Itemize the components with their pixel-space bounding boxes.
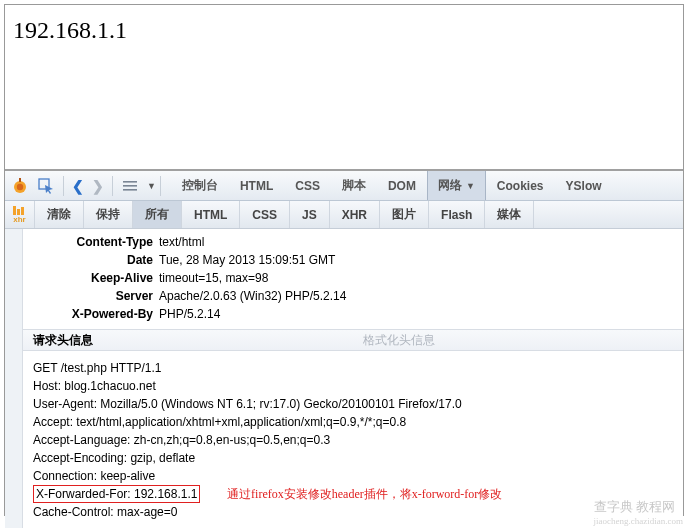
devtools-panel: ❮ ❯ ▼ 控制台 HTML CSS 脚本 DOM 网络▼ Cookies (5, 169, 683, 528)
watermark-line2: jiaocheng.chazidian.com (594, 516, 683, 526)
header-content-type-label: Content-Type (23, 233, 159, 251)
header-row: Keep-Alive timeout=15, max=98 (23, 269, 683, 287)
request-xff-highlight: X-Forwarded-For: 192.168.1.1 (33, 485, 200, 503)
toolbar-separator (63, 176, 64, 196)
net-filter-xhr[interactable]: XHR (330, 201, 380, 228)
tab-cookies-label: Cookies (497, 179, 544, 193)
details-content: Content-Type text/html Date Tue, 28 May … (23, 229, 683, 528)
net-clear-label: 清除 (47, 206, 71, 223)
request-line: GET /test.php HTTP/1.1 (33, 359, 673, 377)
tab-css-label: CSS (295, 179, 320, 193)
header-date-label: Date (23, 251, 159, 269)
net-persist-label: 保持 (96, 206, 120, 223)
net-filter-media-label: 媒体 (497, 206, 521, 223)
chevron-down-icon[interactable]: ▼ (147, 181, 156, 191)
top-tabs: 控制台 HTML CSS 脚本 DOM 网络▼ Cookies YSlow (171, 171, 613, 200)
net-filter-js[interactable]: JS (290, 201, 330, 228)
tab-formatted-headers[interactable]: 格式化头信息 (353, 330, 683, 350)
header-row: Server Apache/2.0.63 (Win32) PHP/5.2.14 (23, 287, 683, 305)
net-filter-flash[interactable]: Flash (429, 201, 485, 228)
tab-css[interactable]: CSS (284, 171, 331, 200)
header-x-powered-by-value: PHP/5.2.14 (159, 305, 220, 323)
nav-back-button[interactable]: ❮ (68, 175, 88, 197)
net-filter-css[interactable]: CSS (240, 201, 290, 228)
tab-cookies[interactable]: Cookies (486, 171, 555, 200)
net-sub-toolbar: xhr 清除 保持 所有 HTML CSS JS XHR 图片 Flash 媒体 (5, 201, 683, 229)
tab-formatted-headers-label: 格式化头信息 (363, 332, 435, 349)
chevron-down-icon[interactable]: ▼ (466, 181, 475, 191)
net-details-pane: Content-Type text/html Date Tue, 28 May … (5, 229, 683, 528)
net-filter-html[interactable]: HTML (182, 201, 240, 228)
request-cache-control: Cache-Control: max-age=0 (33, 503, 673, 521)
xhr-panel-icon[interactable]: xhr (5, 201, 35, 228)
svg-rect-4 (123, 181, 137, 183)
request-accept-encoding: Accept-Encoding: gzip, deflate (33, 449, 673, 467)
net-filter-js-label: JS (302, 208, 317, 222)
annotation-text: 通过firefox安装修改header插件，将x-forword-for修改 (227, 487, 502, 501)
tab-yslow[interactable]: YSlow (555, 171, 613, 200)
net-filter-all-label: 所有 (145, 206, 169, 223)
request-host: Host: blog.1chacuo.net (33, 377, 673, 395)
page-ip-text: 192.168.1.1 (13, 17, 675, 44)
tab-dom[interactable]: DOM (377, 171, 427, 200)
header-section-tabs: 请求头信息 格式化头信息 (23, 329, 683, 351)
request-accept-language: Accept-Language: zh-cn,zh;q=0.8,en-us;q=… (33, 431, 673, 449)
tab-script[interactable]: 脚本 (331, 171, 377, 200)
xhr-icon-label: xhr (13, 216, 25, 224)
tab-html[interactable]: HTML (229, 171, 284, 200)
request-accept: Accept: text/html,application/xhtml+xml,… (33, 413, 673, 431)
toolbar-separator (112, 176, 113, 196)
svg-rect-7 (13, 206, 16, 215)
request-ua: User-Agent: Mozilla/5.0 (Windows NT 6.1;… (33, 395, 673, 413)
header-row: Content-Type text/html (23, 233, 683, 251)
tab-dom-label: DOM (388, 179, 416, 193)
request-raw-block: GET /test.php HTTP/1.1 Host: blog.1chacu… (23, 351, 683, 525)
svg-rect-5 (123, 185, 137, 187)
header-date-value: Tue, 28 May 2013 15:09:51 GMT (159, 251, 335, 269)
header-server-label: Server (23, 287, 159, 305)
inspect-icon[interactable] (35, 175, 57, 197)
header-row: X-Powered-By PHP/5.2.14 (23, 305, 683, 323)
menu-lines-icon[interactable] (119, 175, 141, 197)
toolbar-separator (160, 176, 161, 196)
tab-yslow-label: YSlow (566, 179, 602, 193)
net-filter-images[interactable]: 图片 (380, 201, 429, 228)
request-connection: Connection: keep-alive (33, 467, 673, 485)
tab-request-headers-label: 请求头信息 (33, 332, 93, 349)
tab-net-label: 网络 (438, 177, 462, 194)
net-filter-flash-label: Flash (441, 208, 472, 222)
header-keep-alive-label: Keep-Alive (23, 269, 159, 287)
header-keep-alive-value: timeout=15, max=98 (159, 269, 268, 287)
details-gutter (5, 229, 23, 528)
tab-html-label: HTML (240, 179, 273, 193)
svg-rect-2 (19, 178, 21, 182)
window-frame: 192.168.1.1 ❮ ❯ (4, 4, 684, 516)
tab-console[interactable]: 控制台 (171, 171, 229, 200)
tab-net[interactable]: 网络▼ (427, 171, 486, 200)
devtools-top-toolbar: ❮ ❯ ▼ 控制台 HTML CSS 脚本 DOM 网络▼ Cookies (5, 171, 683, 201)
response-headers-table: Content-Type text/html Date Tue, 28 May … (23, 233, 683, 329)
net-filter-html-label: HTML (194, 208, 227, 222)
tab-console-label: 控制台 (182, 177, 218, 194)
net-filter-media[interactable]: 媒体 (485, 201, 534, 228)
header-row: Date Tue, 28 May 2013 15:09:51 GMT (23, 251, 683, 269)
svg-point-1 (17, 183, 23, 189)
net-filter-all[interactable]: 所有 (133, 201, 182, 228)
header-content-type-value: text/html (159, 233, 204, 251)
firebug-icon[interactable] (9, 175, 31, 197)
net-persist-button[interactable]: 保持 (84, 201, 133, 228)
page-content-area: 192.168.1.1 (5, 5, 683, 169)
net-filter-xhr-label: XHR (342, 208, 367, 222)
watermark-line1: 查字典 教程网 (594, 499, 675, 514)
watermark: 查字典 教程网 jiaocheng.chazidian.com (594, 498, 683, 526)
net-clear-button[interactable]: 清除 (35, 201, 84, 228)
net-filter-images-label: 图片 (392, 206, 416, 223)
tab-script-label: 脚本 (342, 177, 366, 194)
nav-forward-button: ❯ (88, 175, 108, 197)
tab-request-headers[interactable]: 请求头信息 (23, 330, 353, 350)
svg-rect-9 (21, 207, 24, 215)
svg-rect-6 (123, 189, 137, 191)
net-filter-css-label: CSS (252, 208, 277, 222)
header-x-powered-by-label: X-Powered-By (23, 305, 159, 323)
header-server-value: Apache/2.0.63 (Win32) PHP/5.2.14 (159, 287, 346, 305)
